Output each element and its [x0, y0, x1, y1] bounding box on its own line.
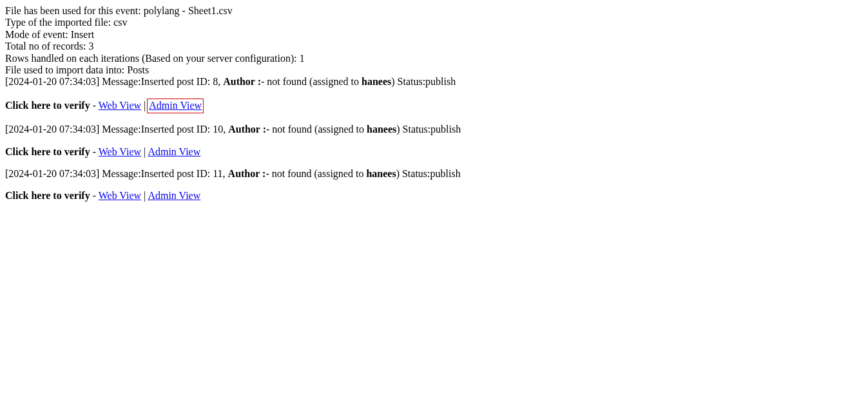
log-entry: [2024-01-20 07:34:03] Message:Inserted p…	[5, 168, 863, 180]
verify-line: Click here to verify - Web View | Admin …	[5, 146, 863, 158]
total-records-value: 3	[89, 41, 94, 52]
author-label: Author :	[228, 168, 266, 179]
post-id: 11,	[213, 168, 227, 179]
message-prefix: Message:Inserted post ID:	[102, 76, 213, 87]
assigned-user: hanees	[367, 124, 396, 135]
total-records-label: Total no of records:	[5, 41, 89, 52]
file-used-label: File has been used for this event:	[5, 5, 144, 16]
author-label: Author :	[228, 124, 266, 135]
author-label: Author :	[223, 76, 261, 87]
mode-line: Mode of event: Insert	[5, 29, 863, 41]
mode-value: Insert	[71, 29, 94, 40]
message-prefix: Message:Inserted post ID:	[102, 124, 213, 135]
rows-label: Rows handled on each iterations (Based o…	[5, 53, 300, 64]
web-view-link[interactable]: Web View	[99, 190, 141, 201]
author-not-found-prefix: - not found (assigned to	[265, 168, 366, 179]
log-entry: [2024-01-20 07:34:03] Message:Inserted p…	[5, 124, 863, 135]
import-into-line: File used to import data into: Posts	[5, 64, 863, 76]
author-not-found-suffix: ) Status:publish	[396, 124, 461, 135]
author-not-found-prefix: - not found (assigned to	[266, 124, 367, 135]
author-not-found-prefix: - not found (assigned to	[261, 76, 362, 87]
file-type-label: Type of the imported file:	[5, 17, 113, 28]
verify-line: Click here to verify - Web View | Admin …	[5, 190, 863, 202]
rows-per-iteration-line: Rows handled on each iterations (Based o…	[5, 53, 863, 64]
separator-pipe: |	[141, 146, 148, 157]
timestamp: [2024-01-20 07:34:03]	[5, 76, 102, 87]
import-into-label: File used to import data into:	[5, 64, 127, 75]
separator-dash: -	[90, 100, 99, 111]
post-id: 10,	[213, 124, 228, 135]
verify-label: Click here to verify	[5, 100, 90, 111]
import-log: File has been used for this event: polyl…	[5, 5, 863, 202]
web-view-link[interactable]: Web View	[99, 146, 141, 157]
admin-view-link[interactable]: Admin View	[148, 190, 200, 201]
file-used-value: polylang - Sheet1.csv	[144, 5, 233, 16]
rows-value: 1	[300, 53, 305, 64]
timestamp: [2024-01-20 07:34:03]	[5, 168, 102, 179]
assigned-user: hanees	[362, 76, 391, 87]
file-type-value: csv	[113, 17, 127, 28]
verify-label: Click here to verify	[5, 190, 90, 201]
highlight-box: Admin View	[147, 99, 204, 113]
separator-dash: -	[90, 146, 99, 157]
separator-pipe: |	[141, 190, 148, 201]
verify-label: Click here to verify	[5, 146, 90, 157]
author-not-found-suffix: ) Status:publish	[396, 168, 461, 179]
web-view-link[interactable]: Web View	[99, 100, 141, 111]
mode-label: Mode of event:	[5, 29, 71, 40]
admin-view-link[interactable]: Admin View	[148, 146, 200, 157]
log-entry: [2024-01-20 07:34:03] Message:Inserted p…	[5, 76, 863, 88]
admin-view-link[interactable]: Admin View	[149, 100, 202, 111]
post-id: 8,	[213, 76, 223, 87]
total-records-line: Total no of records: 3	[5, 41, 863, 52]
author-not-found-suffix: ) Status:publish	[391, 76, 456, 87]
message-prefix: Message:Inserted post ID:	[102, 168, 213, 179]
file-used-line: File has been used for this event: polyl…	[5, 5, 863, 17]
separator-dash: -	[90, 190, 99, 201]
verify-line: Click here to verify - Web View | Admin …	[5, 99, 863, 113]
import-into-value: Posts	[127, 64, 149, 75]
assigned-user: hanees	[366, 168, 396, 179]
timestamp: [2024-01-20 07:34:03]	[5, 124, 102, 135]
file-type-line: Type of the imported file: csv	[5, 17, 863, 28]
